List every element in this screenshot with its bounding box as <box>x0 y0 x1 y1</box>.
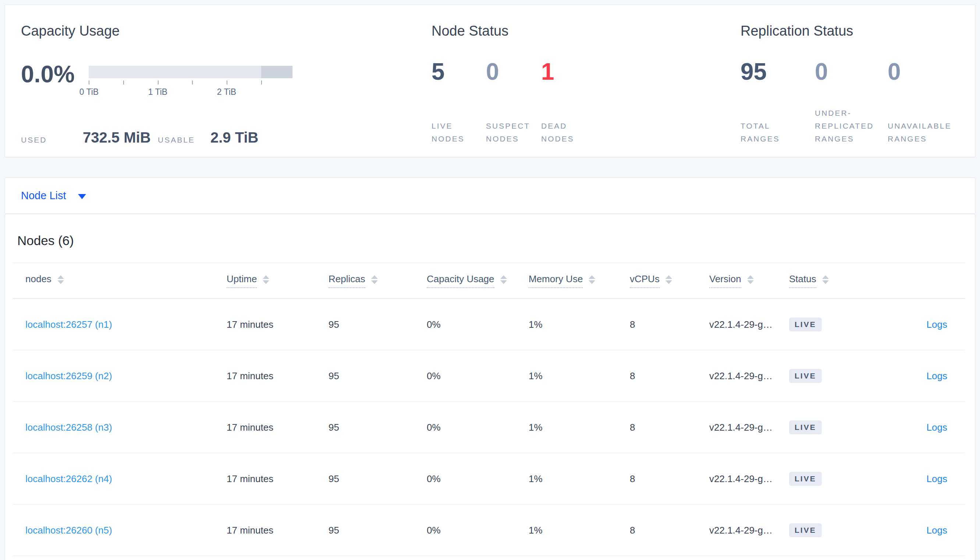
column-header-version[interactable]: Version <box>709 273 789 288</box>
logs-link[interactable]: Logs <box>926 422 947 433</box>
uptime-cell: 17 minutes <box>227 370 328 382</box>
nodes-table-title: Nodes (6) <box>17 233 74 248</box>
used-label: USED <box>21 136 47 144</box>
version-cell: v22.1.4-29-g… <box>709 422 789 433</box>
table-row: localhost:26260 (n5) 17 minutes 95 0% 1%… <box>5 505 975 556</box>
axis-tick <box>227 80 227 85</box>
memory-use-cell: 1% <box>528 525 630 536</box>
node-status-title: Node Status <box>431 23 508 39</box>
vcpus-cell: 8 <box>630 473 709 485</box>
capacity-usage-cell: 0% <box>427 422 528 433</box>
memory-use-cell: 1% <box>528 422 630 433</box>
version-cell: v22.1.4-29-g… <box>709 525 789 536</box>
replication-status-section: Replication Status 95 TOTAL RANGES 0 UND… <box>741 5 976 157</box>
node-link[interactable]: localhost:26260 (n5) <box>25 525 112 536</box>
sort-icon[interactable] <box>589 275 595 284</box>
capacity-usage-cell: 0% <box>427 319 528 330</box>
replication-status-title: Replication Status <box>741 23 853 39</box>
stat-unavailable-ranges: 0 UNAVAILABLE RANGES <box>888 60 972 145</box>
replicas-cell: 95 <box>328 473 427 485</box>
stat-live-nodes: 5 LIVE NODES <box>431 60 486 145</box>
replicas-cell: 95 <box>328 422 427 433</box>
uptime-cell: 17 minutes <box>227 422 328 433</box>
node-status-section: Node Status 5 LIVE NODES 0 SUSPECT NODES… <box>431 5 711 157</box>
column-header-replicas[interactable]: Replicas <box>328 273 427 288</box>
stat-suspect-nodes: 0 SUSPECT NODES <box>486 60 541 145</box>
chevron-down-icon <box>78 194 86 199</box>
vcpus-cell: 8 <box>630 422 709 433</box>
live-nodes-label: LIVE NODES <box>431 119 476 145</box>
logs-link[interactable]: Logs <box>926 525 947 536</box>
replicas-cell: 95 <box>328 525 427 536</box>
column-header-status[interactable]: Status <box>789 273 883 288</box>
node-link[interactable]: localhost:26259 (n2) <box>25 370 112 382</box>
column-header-vcpus[interactable]: vCPUs <box>630 273 709 288</box>
version-cell: v22.1.4-29-g… <box>709 370 789 382</box>
logs-link[interactable]: Logs <box>926 473 947 484</box>
sort-icon[interactable] <box>57 275 64 284</box>
table-row: localhost:26259 (n2) 17 minutes 95 0% 1%… <box>5 350 975 402</box>
total-ranges-label: TOTAL RANGES <box>741 119 792 145</box>
capacity-bar-track <box>89 66 293 78</box>
capacity-usage-cell: 0% <box>427 370 528 382</box>
capacity-usage-cell: 0% <box>427 473 528 485</box>
logs-link[interactable]: Logs <box>926 370 947 382</box>
capacity-percent: 0.0% <box>21 61 75 88</box>
capacity-used-usable-row: USED 732.5 MiB USABLE 2.9 TiB <box>21 128 301 146</box>
under-replicated-ranges-label: UNDER-REPLICATED RANGES <box>815 107 885 145</box>
view-selector-label: Node List <box>21 190 66 202</box>
unavailable-ranges-label: UNAVAILABLE RANGES <box>888 119 963 145</box>
axis-tick-label: 1 TiB <box>148 87 167 97</box>
status-badge: LIVE <box>789 523 822 537</box>
under-replicated-ranges-value: 0 <box>815 60 888 83</box>
uptime-cell: 17 minutes <box>227 319 328 330</box>
capacity-bar-reserved-segment <box>261 66 293 78</box>
node-link[interactable]: localhost:26258 (n3) <box>25 422 112 433</box>
nodes-table-header: nodes Uptime Replicas Capacity Usage Mem… <box>5 263 975 299</box>
node-link[interactable]: localhost:26257 (n1) <box>25 319 112 330</box>
node-link[interactable]: localhost:26262 (n4) <box>25 473 112 484</box>
axis-tick-label: 2 TiB <box>217 87 236 97</box>
used-value: 732.5 MiB <box>83 129 151 146</box>
axis-tick-label: 0 TiB <box>79 87 99 97</box>
status-badge: LIVE <box>789 317 822 332</box>
replicas-cell: 95 <box>328 319 427 330</box>
logs-link[interactable]: Logs <box>926 319 947 330</box>
cluster-summary-panel: Capacity Usage 0.0% 0 TiB 1 TiB 2 TiB US… <box>4 4 976 157</box>
column-header-nodes[interactable]: nodes <box>25 273 227 288</box>
memory-use-cell: 1% <box>528 473 630 485</box>
column-header-memory-use[interactable]: Memory Use <box>528 273 630 288</box>
table-row: localhost:26262 (n4) 17 minutes 95 0% 1%… <box>5 453 975 505</box>
vcpus-cell: 8 <box>630 525 709 536</box>
capacity-bar: 0 TiB 1 TiB 2 TiB <box>89 66 293 78</box>
view-selector-button[interactable]: Node List <box>21 190 86 202</box>
view-selector-bar: Node List <box>4 177 976 214</box>
version-cell: v22.1.4-29-g… <box>709 319 789 330</box>
stat-under-replicated-ranges: 0 UNDER-REPLICATED RANGES <box>815 60 888 145</box>
uptime-cell: 17 minutes <box>227 525 328 536</box>
live-nodes-value: 5 <box>431 60 486 83</box>
table-row: localhost:26258 (n3) 17 minutes 95 0% 1%… <box>5 402 975 453</box>
axis-tick <box>123 80 124 85</box>
memory-use-cell: 1% <box>528 370 630 382</box>
axis-tick <box>89 80 89 85</box>
capacity-usage-section: Capacity Usage 0.0% 0 TiB 1 TiB 2 TiB US… <box>21 5 426 157</box>
version-cell: v22.1.4-29-g… <box>709 473 789 485</box>
sort-icon[interactable] <box>822 275 829 284</box>
total-ranges-value: 95 <box>741 60 815 83</box>
sort-icon[interactable] <box>666 275 672 284</box>
usable-label: USABLE <box>158 136 195 144</box>
sort-icon[interactable] <box>500 275 507 284</box>
column-header-uptime[interactable]: Uptime <box>227 273 328 288</box>
status-badge: LIVE <box>789 472 822 486</box>
sort-icon[interactable] <box>747 275 754 284</box>
nodes-table-body: localhost:26257 (n1) 17 minutes 95 0% 1%… <box>5 299 975 556</box>
capacity-usage-title: Capacity Usage <box>21 23 120 39</box>
suspect-nodes-label: SUSPECT NODES <box>486 119 532 145</box>
replicas-cell: 95 <box>328 370 427 382</box>
sort-icon[interactable] <box>371 275 378 284</box>
column-header-capacity-usage[interactable]: Capacity Usage <box>427 273 528 288</box>
memory-use-cell: 1% <box>528 319 630 330</box>
sort-icon[interactable] <box>263 275 269 284</box>
suspect-nodes-value: 0 <box>486 60 541 83</box>
